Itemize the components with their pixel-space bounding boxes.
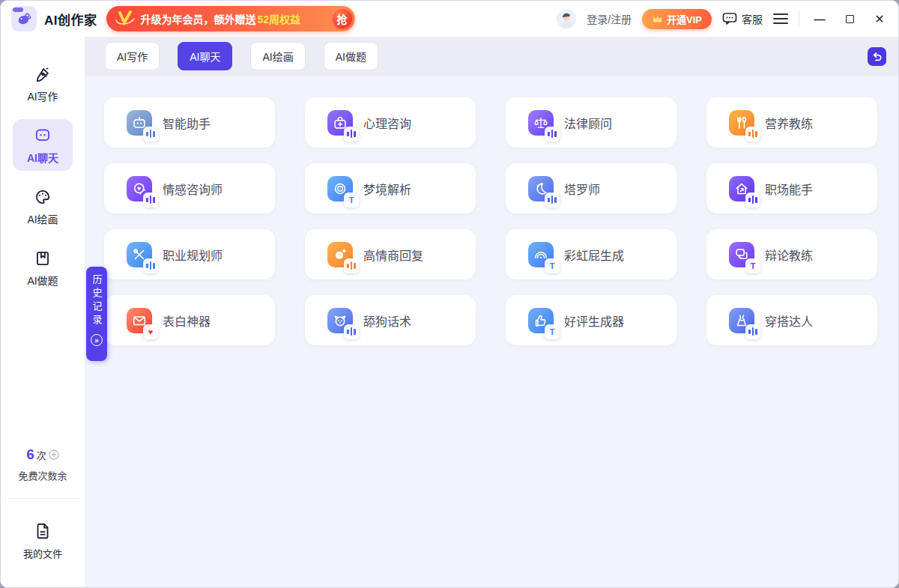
tool-card-tarot[interactable]: 塔罗师: [506, 163, 676, 213]
tool-card-simp-talk[interactable]: 舔狗话术: [305, 295, 476, 345]
heart-badge: ♥: [143, 324, 158, 339]
sidebar-item-ai-chat[interactable]: AI聊天: [13, 119, 73, 171]
app-window: AI创作家 升级为年会员，额外赠送52周权益 抢 登录/注册 开通VIP 客服 …: [0, 0, 899, 588]
house-arrow-icon: [729, 176, 754, 201]
sidebar-item-ai-drawing[interactable]: AI绘画: [13, 181, 73, 232]
topbar: AI创作家 升级为年会员，额外赠送52周权益 抢 登录/注册 开通VIP 客服 …: [1, 1, 898, 37]
sidebar-item-ai-quiz[interactable]: AI做题: [13, 242, 73, 294]
my-files-label: 我的文件: [23, 546, 62, 560]
moon-cat-icon: [528, 176, 554, 201]
tool-card-review[interactable]: T 好评生成器: [506, 295, 676, 345]
open-vip-button[interactable]: 开通VIP: [642, 9, 712, 29]
tab-ai-writing[interactable]: AI写作: [105, 42, 160, 70]
tool-card-label: 彩虹屁生成: [564, 246, 624, 264]
tool-card-workplace[interactable]: 职场能手: [706, 163, 877, 213]
tool-card-label: 职业规划师: [163, 246, 223, 264]
tools-icon: [127, 242, 152, 267]
tool-card-emotion[interactable]: 情感咨询师: [104, 163, 275, 213]
v-medal-icon: [114, 10, 136, 28]
sidebar-item-label: AI绘画: [27, 211, 58, 226]
free-quota: 6 次 免费次数余 我的文件: [6, 446, 80, 588]
book-bookmark-icon: [33, 249, 52, 268]
minimize-button[interactable]: —: [810, 9, 829, 28]
return-button[interactable]: [868, 47, 886, 66]
divider: [799, 11, 799, 26]
thumbs-up-icon: T: [528, 308, 554, 333]
vip-promo-banner[interactable]: 升级为年会员，额外赠送52周权益 抢: [106, 6, 355, 31]
customer-service-button[interactable]: 客服: [722, 11, 763, 26]
voice-badge: [545, 193, 560, 207]
sidebar-item-label: AI写作: [27, 88, 58, 103]
add-quota-icon[interactable]: [49, 449, 59, 460]
sidebar: AI写作 AI聊天 AI绘画 AI做题 历史记录 » 6 次: [1, 37, 85, 588]
divider: [6, 498, 80, 499]
tool-card-label: 表白神器: [163, 312, 211, 330]
avatar[interactable]: [557, 9, 576, 28]
tab-ai-chat[interactable]: AI聊天: [178, 42, 232, 70]
tool-card-rainbow[interactable]: T 彩虹屁生成: [506, 229, 676, 279]
vip-button-label: 开通VIP: [667, 12, 702, 26]
logo-ribbon-icon: [13, 7, 23, 12]
tool-card-nutrition[interactable]: 营养教练: [706, 97, 877, 148]
maximize-button[interactable]: [840, 9, 859, 28]
tab-ai-quiz[interactable]: AI做题: [324, 42, 378, 70]
robot-icon: [127, 110, 152, 136]
tool-card-psychology[interactable]: 心理咨询: [305, 97, 476, 148]
tool-card-label: 辩论教练: [765, 246, 813, 264]
palette-icon: [33, 187, 52, 207]
main-area: AI写作 AI聊天 AI绘画 AI做题 智能助手: [85, 37, 898, 588]
tab-ai-drawing[interactable]: AI绘画: [250, 42, 305, 70]
banner-highlight: 52周权益: [258, 11, 301, 26]
my-files-button[interactable]: 我的文件: [23, 521, 62, 560]
tool-card-assistant[interactable]: 智能助手: [104, 97, 275, 148]
tool-card-label: 营养教练: [765, 114, 813, 132]
voice-badge: [344, 127, 359, 142]
tool-card-label: 心理咨询: [363, 114, 411, 132]
menu-icon[interactable]: [773, 11, 788, 26]
voice-badge: [745, 324, 760, 339]
voice-badge: [745, 127, 760, 142]
voice-badge: [143, 193, 158, 207]
tool-card-label: 法律顾问: [564, 114, 612, 132]
voice-badge: [344, 324, 359, 339]
tool-card-career[interactable]: 职业规划师: [104, 229, 275, 279]
tool-grid: 智能助手 心理咨询 法律顾问: [85, 76, 898, 345]
tool-card-label: 职场能手: [765, 180, 813, 198]
grab-badge[interactable]: 抢: [331, 7, 354, 30]
tool-card-label: 穿搭达人: [765, 312, 813, 330]
head-heart-icon: [127, 176, 152, 201]
free-unit: 次: [37, 448, 46, 462]
sidebar-item-ai-writing[interactable]: AI写作: [13, 58, 73, 109]
speech-bubbles-icon: T: [729, 242, 754, 267]
text-badge: T: [545, 258, 560, 273]
close-button[interactable]: ✕: [870, 9, 889, 28]
tool-card-label: 塔罗师: [564, 180, 600, 198]
free-count: 6: [26, 446, 34, 463]
tool-card-label: 智能助手: [163, 114, 211, 132]
tool-card-legal[interactable]: 法律顾问: [506, 97, 676, 148]
history-label: 历史记录: [90, 274, 104, 328]
tool-card-eq-reply[interactable]: 高情商回复: [305, 229, 476, 279]
pen-icon: [33, 64, 52, 84]
voice-badge: [143, 127, 158, 142]
banner-text: 升级为年会员，额外赠送: [141, 11, 256, 26]
chat-bubble-icon: [722, 12, 737, 25]
tool-card-outfit[interactable]: 穿搭达人: [706, 295, 877, 345]
login-register-link[interactable]: 登录/注册: [587, 11, 632, 26]
tool-card-dream[interactable]: T 梦境解析: [305, 163, 476, 213]
scales-icon: [528, 110, 554, 136]
history-tab[interactable]: 历史记录 »: [86, 267, 107, 361]
tool-card-debate[interactable]: T 辩论教练: [706, 229, 877, 279]
tool-card-label: 高情商回复: [363, 246, 423, 264]
tool-card-confession[interactable]: ♥ 表白神器: [104, 295, 275, 345]
tool-card-label: 好评生成器: [564, 312, 624, 330]
dream-target-icon: T: [327, 176, 353, 201]
voice-badge: [545, 127, 560, 142]
tool-card-label: 梦境解析: [363, 180, 411, 198]
fork-knife-icon: [729, 110, 754, 136]
tool-card-label: 舔狗话术: [363, 312, 411, 330]
dog-icon: [327, 308, 353, 333]
document-icon: [33, 521, 52, 541]
app-title: AI创作家: [44, 10, 97, 28]
chat-robot-icon: [33, 126, 52, 145]
